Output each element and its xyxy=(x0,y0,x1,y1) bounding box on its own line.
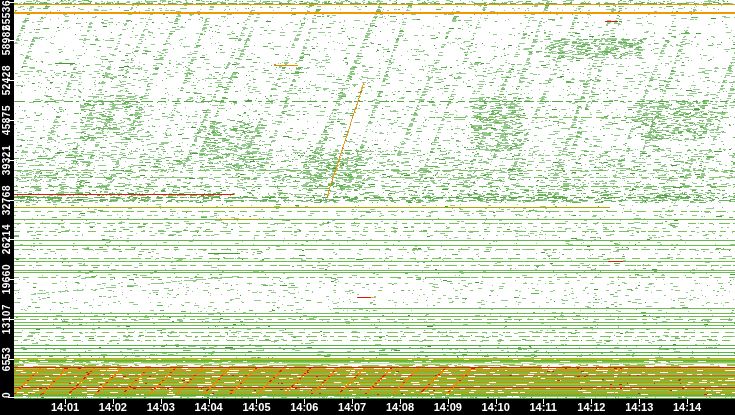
port-activity-timeline-chart: 0655313107196602621432768393214587552428… xyxy=(0,0,735,415)
scatter-plot-canvas xyxy=(0,0,735,415)
